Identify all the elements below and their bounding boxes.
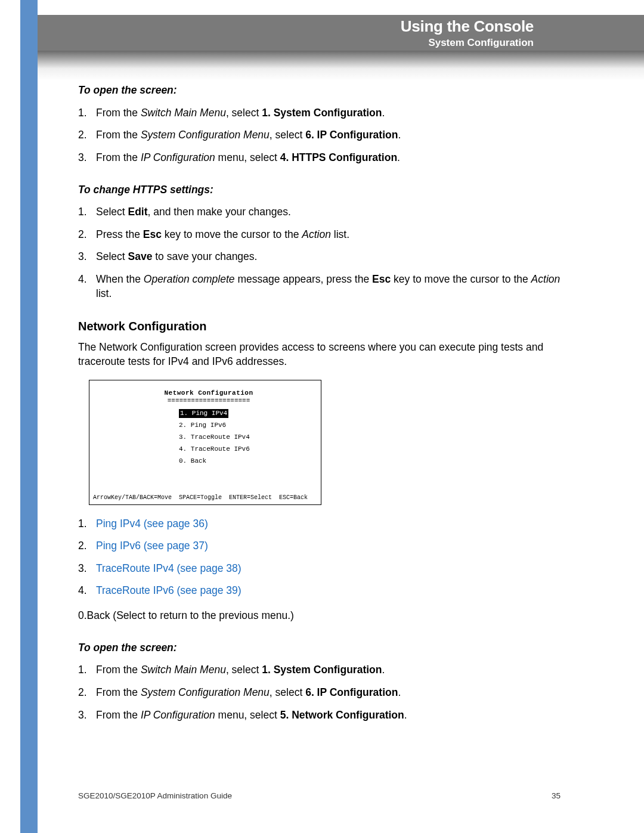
console-menu-item: 3. TraceRoute IPv4: [179, 433, 321, 442]
header-shadow: [38, 51, 644, 80]
step-item: 4.When the Operation complete message ap…: [78, 272, 561, 301]
console-menu-item: 4. TraceRoute IPv6: [179, 445, 321, 454]
back-option-text: 0.Back (Select to return to the previous…: [78, 609, 561, 623]
list-item: 3.TraceRoute IPv4 (see page 38): [78, 562, 561, 576]
list-item: 1.Ping IPv4 (see page 36): [78, 517, 561, 531]
section-a-heading: To open the screen:: [78, 83, 561, 98]
section-a-steps: 1.From the Switch Main Menu, select 1. S…: [78, 106, 561, 165]
page-footer: SGE2010/SGE2010P Administration Guide 35: [78, 791, 561, 800]
network-config-heading: Network Configuration: [78, 318, 561, 335]
section-d-steps: 1.From the Switch Main Menu, select 1. S…: [78, 663, 561, 722]
console-footer: ArrowKey/TAB/BACK=Move SPACE=Toggle ENTE…: [93, 494, 317, 502]
step-item: 3.Select Save to save your changes.: [78, 250, 561, 264]
step-item: 1.From the Switch Main Menu, select 1. S…: [78, 663, 561, 677]
left-blue-stripe: [20, 0, 38, 833]
console-screenshot: Network Configuration ==================…: [89, 380, 321, 505]
footer-title: SGE2010/SGE2010P Administration Guide: [78, 791, 232, 800]
link-traceroute-ipv6[interactable]: TraceRoute IPv6 (see page 39): [96, 584, 242, 596]
step-item: 2.Press the Esc key to move the cursor t…: [78, 228, 561, 242]
console-separator: =====================: [149, 397, 268, 405]
section-b-heading: To change HTTPS settings:: [78, 183, 561, 197]
header-band: Using the Console System Configuration: [38, 15, 644, 51]
network-config-para: The Network Configuration screen provide…: [78, 340, 561, 368]
console-menu-item: 1. Ping IPv4: [179, 409, 321, 418]
page-number: 35: [552, 791, 561, 800]
list-item: 2.Ping IPv6 (see page 37): [78, 539, 561, 553]
step-item: 3.From the IP Configuration menu, select…: [78, 151, 561, 165]
step-item: 2.From the System Configuration Menu, se…: [78, 128, 561, 143]
header-title: Using the Console: [401, 17, 534, 36]
section-d-heading: To open the screen:: [78, 641, 561, 655]
link-traceroute-ipv4[interactable]: TraceRoute IPv4 (see page 38): [96, 562, 242, 574]
link-ping-ipv4[interactable]: Ping IPv4 (see page 36): [96, 518, 208, 529]
step-item: 1.Select Edit, and then make your change…: [78, 205, 561, 219]
console-menu-item: 2. Ping IPv6: [179, 421, 321, 430]
header-subtitle: System Configuration: [428, 37, 534, 49]
network-links-list: 1.Ping IPv4 (see page 36) 2.Ping IPv6 (s…: [78, 517, 561, 599]
console-title: Network Configuration: [149, 389, 268, 398]
section-b-steps: 1.Select Edit, and then make your change…: [78, 205, 561, 301]
console-menu-item: 0. Back: [179, 457, 321, 466]
step-item: 1.From the Switch Main Menu, select 1. S…: [78, 106, 561, 120]
step-item: 2.From the System Configuration Menu, se…: [78, 686, 561, 700]
list-item: 4.TraceRoute IPv6 (see page 39): [78, 584, 561, 598]
link-ping-ipv6[interactable]: Ping IPv6 (see page 37): [96, 540, 208, 552]
console-menu: 1. Ping IPv4 2. Ping IPv6 3. TraceRoute …: [179, 409, 321, 465]
step-item: 3.From the IP Configuration menu, select…: [78, 708, 561, 723]
